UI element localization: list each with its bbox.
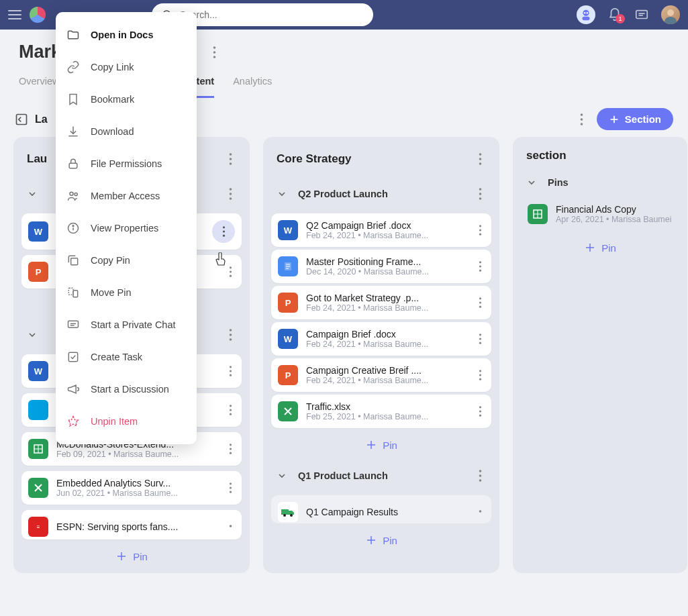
expand-icon[interactable] (15, 113, 28, 126)
tab-analytics[interactable]: Analytics (233, 76, 272, 98)
card-more-button[interactable] (476, 403, 485, 419)
group-label: Q1 Product Launch (298, 470, 388, 481)
svg-point-42 (230, 409, 232, 411)
svg-point-10 (665, 17, 677, 24)
svg-point-79 (479, 342, 481, 344)
card-more-button[interactable] (476, 331, 485, 347)
card-more-button[interactable] (226, 522, 235, 531)
card-more-button[interactable] (226, 363, 235, 379)
svg-rect-117 (68, 352, 77, 361)
user-avatar[interactable] (661, 5, 680, 24)
card-meta: Feb 24, 2021 • Marissa Baume... (306, 303, 468, 313)
notification-badge: 1 (616, 14, 625, 23)
file-card[interactable]: Financial Ads CopyApr 26, 2021 • Marissa… (521, 197, 679, 231)
card-more-button[interactable] (226, 441, 235, 457)
menu-copy-pin[interactable]: Copy Pin (56, 244, 197, 276)
column-more-button[interactable] (225, 149, 236, 169)
column-section: section Pins Financial Ads CopyApr 26, 2… (513, 137, 687, 573)
file-card[interactable]: Master Positioning Frame...Dec 14, 2020 … (271, 250, 491, 283)
file-card[interactable]: Embedded Analytics Surv...Jun 02, 2021 •… (21, 471, 242, 505)
group-more-button[interactable] (475, 466, 486, 486)
menu-download[interactable]: Download (56, 115, 197, 148)
add-pin-button[interactable]: Pin (520, 234, 681, 255)
group-more-button[interactable] (225, 325, 236, 345)
file-card[interactable]: Traffic.xlsxFeb 25, 2021 • Marissa Baume… (271, 395, 491, 428)
group-label: Pins (548, 177, 569, 188)
menu-toggle[interactable] (8, 10, 21, 19)
menu-unpin-item[interactable]: Unpin Item (56, 405, 197, 438)
svg-point-107 (75, 193, 77, 195)
svg-point-36 (230, 370, 232, 372)
svg-point-74 (479, 297, 481, 299)
card-title: Embedded Analytics Surv... (56, 478, 218, 489)
cursor-indicator (214, 252, 228, 267)
column-more-button[interactable] (475, 149, 486, 169)
svg-point-11 (213, 46, 216, 49)
plus-icon (584, 242, 596, 254)
card-more-button[interactable] (476, 258, 485, 274)
svg-point-106 (70, 192, 73, 195)
file-card[interactable]: ≡ ESPN: Serving sports fans.... (21, 510, 242, 540)
board-more-button[interactable] (576, 109, 587, 130)
file-card[interactable]: W Campaign Brief .docxFeb 24, 2021 • Mar… (271, 322, 491, 356)
card-more-button[interactable] (476, 367, 485, 383)
group-header[interactable]: Q1 Product Launch (270, 459, 493, 493)
menu-bookmark[interactable]: Bookmark (56, 83, 197, 115)
file-card[interactable]: W Q2 Campaign Brief .docxFeb 24, 2021 • … (271, 213, 491, 247)
link-icon (66, 60, 80, 74)
svg-point-81 (479, 374, 481, 376)
menu-file-permissions[interactable]: File Permissions (56, 148, 197, 180)
app-logo[interactable] (30, 7, 46, 23)
assistant-avatar[interactable] (577, 5, 595, 24)
svg-point-52 (230, 482, 232, 484)
menu-create-task[interactable]: Create Task (56, 341, 197, 373)
svg-point-9 (667, 9, 674, 16)
notifications-button[interactable]: 1 (607, 7, 622, 22)
menu-copy-link[interactable]: Copy Link (56, 51, 197, 83)
group-header[interactable]: Q2 Product Launch (270, 177, 493, 211)
add-pin-button[interactable]: Pin (270, 526, 493, 548)
tab-overview[interactable]: Overview (19, 76, 59, 98)
card-more-button[interactable] (226, 480, 235, 496)
card-more-button[interactable] (226, 402, 235, 418)
menu-open-in-docs[interactable]: Open in Docs (56, 19, 197, 51)
card-more-button[interactable] (476, 295, 485, 311)
copy-icon (66, 254, 80, 267)
add-pin-button[interactable]: Pin (270, 431, 493, 452)
menu-view-properties[interactable]: View Properties (56, 212, 197, 244)
svg-point-65 (479, 229, 481, 231)
page-more-button[interactable] (209, 42, 220, 62)
users-icon (66, 189, 80, 203)
svg-point-30 (230, 270, 232, 272)
menu-member-access[interactable]: Member Access (56, 180, 197, 212)
file-card[interactable]: Q1 Campaign Results (271, 495, 491, 523)
search-input[interactable] (180, 9, 364, 20)
menu-label: Bookmark (91, 94, 134, 105)
file-card[interactable]: P Got to Market Strategy .p...Feb 24, 20… (271, 286, 491, 319)
card-meta: Feb 24, 2021 • Marissa Baume... (306, 231, 468, 240)
svg-point-49 (230, 452, 232, 454)
messages-button[interactable] (634, 7, 649, 22)
svg-rect-93 (281, 509, 289, 515)
menu-start-discussion[interactable]: Start a Discussion (56, 373, 197, 405)
group-more-button[interactable] (475, 184, 486, 204)
menu-label: Copy Link (91, 62, 134, 72)
svg-point-16 (581, 118, 583, 121)
card-more-button[interactable] (476, 222, 485, 238)
file-card[interactable]: P Campaign Creative Breif ....Feb 24, 20… (271, 358, 491, 392)
card-title: Campaign Brief .docx (306, 329, 468, 340)
card-more-button[interactable] (212, 220, 235, 243)
menu-label: Copy Pin (91, 255, 130, 266)
menu-move-pin[interactable]: Move Pin (56, 276, 197, 309)
group-more-button[interactable] (225, 184, 236, 204)
card-meta: Feb 25, 2021 • Marissa Baume... (306, 412, 468, 421)
card-more-button[interactable] (476, 507, 485, 517)
add-pin-button[interactable]: Pin (20, 542, 243, 564)
menu-private-chat[interactable]: Start a Private Chat (56, 309, 197, 341)
add-section-button[interactable]: Section (597, 108, 673, 130)
svg-point-41 (230, 405, 232, 407)
column-core-strategy: Core Strategy Q2 Product Launch W Q2 Cam… (263, 137, 499, 573)
section-button-label: Section (625, 113, 661, 125)
group-header[interactable]: Pins (520, 170, 681, 195)
svg-rect-105 (69, 163, 77, 168)
